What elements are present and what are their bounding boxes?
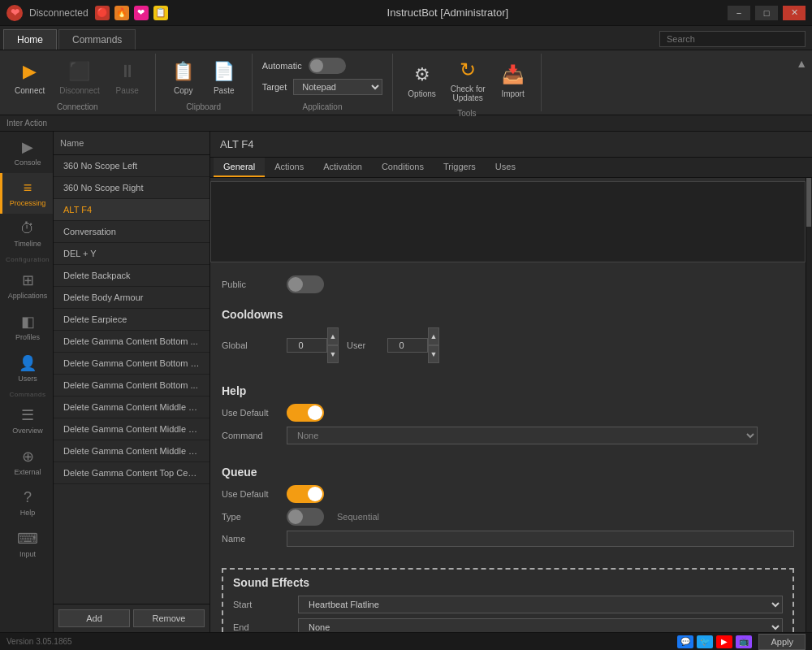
status-icons: 💬 🐦 ▶ 📺 bbox=[677, 635, 752, 648]
tools-section-label: Tools bbox=[457, 109, 476, 118]
copy-button[interactable]: 📋 Copy bbox=[166, 55, 201, 98]
status-icon-youtube: ▶ bbox=[716, 635, 732, 648]
discord-icon: 💬 bbox=[680, 637, 690, 646]
command-item-14[interactable]: Delete Gamma Content Top Cen... bbox=[54, 462, 209, 484]
command-item-13[interactable]: Delete Gamma Content Middle Ri... bbox=[54, 440, 209, 462]
tab-home[interactable]: Home bbox=[3, 29, 57, 50]
detail-tab-activation[interactable]: Activation bbox=[313, 158, 372, 177]
queue-use-default-toggle[interactable] bbox=[287, 485, 324, 503]
console-label: Console bbox=[14, 158, 41, 167]
command-item-8[interactable]: Delete Gamma Content Bottom ... bbox=[54, 331, 209, 353]
user-decrement[interactable]: ▼ bbox=[428, 345, 439, 363]
sidebar-item-users[interactable]: 👤 Users bbox=[0, 348, 53, 389]
disconnect-button[interactable]: ⬛ Disconnect bbox=[54, 55, 104, 98]
detail-tab-triggers[interactable]: Triggers bbox=[434, 158, 486, 177]
sidebar-item-help[interactable]: ? Help bbox=[0, 483, 53, 523]
sidebar-item-processing[interactable]: ≡ Processing bbox=[0, 173, 53, 214]
cooldowns-title: Cooldowns bbox=[222, 308, 794, 321]
help-use-default-toggle[interactable] bbox=[287, 404, 324, 422]
check-updates-label: Check for Updates bbox=[451, 84, 486, 102]
sidebar-item-profiles[interactable]: ◧ Profiles bbox=[0, 306, 53, 348]
command-item-1[interactable]: 360 No Scope Right bbox=[54, 177, 209, 199]
global-value[interactable] bbox=[287, 338, 327, 353]
toolbar-badges: 🔴 🔥 ❤ 📋 bbox=[95, 6, 168, 20]
external-label: External bbox=[14, 468, 41, 476]
import-button[interactable]: 📥 Import bbox=[495, 58, 531, 102]
global-stepper[interactable]: ▲ ▼ bbox=[287, 327, 339, 363]
options-button[interactable]: ⚙ Options bbox=[403, 58, 440, 102]
collapse-icon: ▲ bbox=[796, 57, 807, 70]
command-item-5[interactable]: Delete Backpack bbox=[54, 265, 209, 287]
check-updates-icon: ↻ bbox=[455, 57, 481, 83]
section-label-bar: Inter Action bbox=[0, 115, 812, 132]
import-icon: 📥 bbox=[500, 62, 526, 88]
command-item-6[interactable]: Delete Body Armour bbox=[54, 287, 209, 309]
apply-button[interactable]: Apply bbox=[758, 634, 806, 650]
command-item-0[interactable]: 360 No Scope Left bbox=[54, 155, 209, 177]
sound-start-row: Start Heartbeat Flatline bbox=[233, 596, 783, 613]
user-value[interactable] bbox=[387, 338, 428, 353]
search-input[interactable] bbox=[659, 31, 806, 47]
sidebar-item-input[interactable]: ⌨ Input bbox=[0, 523, 53, 565]
status-right: 💬 🐦 ▶ 📺 Apply bbox=[677, 634, 806, 650]
detail-tab-actions[interactable]: Actions bbox=[265, 158, 313, 177]
command-item-3[interactable]: Conversation bbox=[54, 221, 209, 243]
help-icon: ? bbox=[24, 489, 32, 506]
sidebar-item-console[interactable]: ▶ Console bbox=[0, 132, 53, 173]
detail-tab-general[interactable]: General bbox=[214, 158, 265, 177]
target-select[interactable]: Notepad bbox=[293, 79, 382, 95]
sidebar-item-overview[interactable]: ☰ Overview bbox=[0, 400, 53, 441]
detail-scrollbar[interactable] bbox=[806, 178, 812, 632]
sidebar-item-applications[interactable]: ⊞ Applications bbox=[0, 265, 53, 306]
user-stepper[interactable]: ▲ ▼ bbox=[387, 327, 439, 363]
global-decrement[interactable]: ▼ bbox=[327, 345, 339, 363]
command-item-12[interactable]: Delete Gamma Content Middle L... bbox=[54, 418, 209, 440]
command-item-4[interactable]: DEL + Y bbox=[54, 243, 209, 265]
sound-start-select[interactable]: Heartbeat Flatline bbox=[298, 596, 783, 613]
connect-button[interactable]: ▶ Connect bbox=[10, 55, 50, 98]
public-toggle[interactable] bbox=[287, 275, 324, 293]
command-item-11[interactable]: Delete Gamma Content Middle C... bbox=[54, 396, 209, 418]
global-increment[interactable]: ▲ bbox=[327, 327, 339, 345]
command-item-9[interactable]: Delete Gamma Content Bottom L... bbox=[54, 353, 209, 375]
sidebar-item-timeline[interactable]: ⏱ Timeline bbox=[0, 214, 53, 254]
sound-end-select[interactable]: None bbox=[298, 618, 783, 632]
queue-type-toggle[interactable] bbox=[287, 508, 324, 526]
tab-commands[interactable]: Commands bbox=[58, 29, 136, 50]
minimize-button[interactable]: − bbox=[728, 6, 750, 20]
user-increment[interactable]: ▲ bbox=[428, 327, 439, 345]
inter-action-label: Inter Action bbox=[6, 119, 47, 128]
automatic-toggle[interactable] bbox=[309, 58, 346, 74]
remove-command-button[interactable]: Remove bbox=[133, 609, 205, 627]
queue-title: Queue bbox=[222, 466, 794, 479]
copy-icon: 📋 bbox=[171, 58, 197, 84]
detail-tab-uses[interactable]: Uses bbox=[486, 158, 525, 177]
detail-tab-conditions[interactable]: Conditions bbox=[372, 158, 434, 177]
close-button[interactable]: ✕ bbox=[783, 6, 806, 20]
queue-type-label: Type bbox=[222, 512, 279, 522]
overview-label: Overview bbox=[12, 427, 43, 435]
queue-name-label: Name bbox=[222, 534, 279, 544]
app-title: InstructBot [Administrator] bbox=[175, 6, 721, 19]
pause-button[interactable]: ⏸ Pause bbox=[110, 55, 145, 98]
input-label: Input bbox=[19, 550, 36, 558]
help-use-default-label: Use Default bbox=[222, 408, 279, 418]
maximize-button[interactable]: □ bbox=[755, 6, 778, 20]
queue-name-input[interactable] bbox=[287, 531, 794, 547]
command-item-7[interactable]: Delete Earpiece bbox=[54, 309, 209, 331]
command-text-area[interactable] bbox=[210, 181, 806, 262]
check-updates-button[interactable]: ↻ Check for Updates bbox=[446, 54, 490, 106]
help-command-select[interactable]: None bbox=[287, 427, 758, 444]
command-item-2[interactable]: ALT F4 bbox=[54, 199, 209, 221]
add-command-button[interactable]: Add bbox=[58, 609, 130, 627]
command-item-10[interactable]: Delete Gamma Content Bottom ... bbox=[54, 375, 209, 396]
global-label: Global bbox=[222, 340, 279, 350]
ribbon-collapse-button[interactable]: ▲ bbox=[791, 54, 812, 111]
application-section-label: Application bbox=[303, 102, 343, 111]
sidebar-item-external[interactable]: ⊕ External bbox=[0, 441, 53, 483]
applications-label: Applications bbox=[8, 292, 48, 300]
timeline-label: Timeline bbox=[14, 240, 41, 248]
disconnect-label: Disconnect bbox=[59, 86, 99, 95]
command-list-scroll[interactable]: 360 No Scope Left360 No Scope RightALT F… bbox=[54, 155, 209, 604]
paste-button[interactable]: 📄 Paste bbox=[206, 55, 242, 98]
